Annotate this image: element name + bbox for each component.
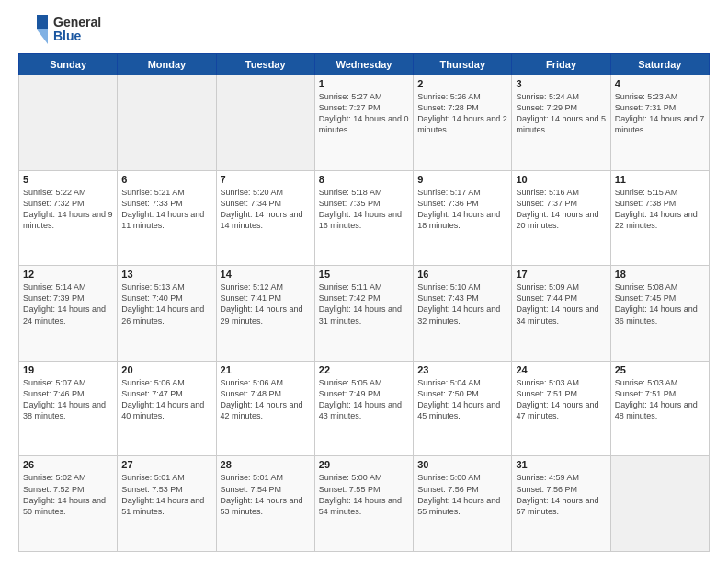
day-info: Sunrise: 5:08 AMSunset: 7:45 PMDaylight:… — [615, 282, 705, 327]
day-info: Sunrise: 5:15 AMSunset: 7:38 PMDaylight:… — [615, 187, 705, 232]
logo-text: General Blue — [53, 16, 101, 44]
day-number: 15 — [319, 269, 409, 280]
calendar-day-cell: 11Sunrise: 5:15 AMSunset: 7:38 PMDayligh… — [610, 170, 709, 266]
day-number: 5 — [23, 174, 113, 185]
day-info: Sunrise: 5:05 AMSunset: 7:49 PMDaylight:… — [319, 377, 409, 422]
logo-graphic — [18, 15, 48, 44]
day-info: Sunrise: 5:09 AMSunset: 7:44 PMDaylight:… — [516, 282, 606, 327]
calendar-day-cell — [118, 75, 216, 171]
calendar-day-cell: 19Sunrise: 5:07 AMSunset: 7:46 PMDayligh… — [19, 361, 118, 456]
weekday-header-row: SundayMondayTuesdayWednesdayThursdayFrid… — [19, 54, 710, 75]
day-number: 30 — [417, 459, 507, 470]
day-number: 27 — [121, 459, 211, 470]
day-number: 21 — [221, 364, 311, 375]
day-number: 26 — [23, 459, 113, 470]
calendar-week-row: 1Sunrise: 5:27 AMSunset: 7:27 PMDaylight… — [19, 75, 710, 171]
day-info: Sunrise: 5:01 AMSunset: 7:54 PMDaylight:… — [221, 472, 311, 517]
calendar-day-cell — [19, 75, 118, 171]
day-number: 31 — [516, 459, 606, 470]
calendar-day-cell: 24Sunrise: 5:03 AMSunset: 7:51 PMDayligh… — [512, 361, 610, 456]
calendar-week-row: 26Sunrise: 5:02 AMSunset: 7:52 PMDayligh… — [19, 456, 710, 552]
calendar-week-row: 5Sunrise: 5:22 AMSunset: 7:32 PMDaylight… — [19, 170, 710, 266]
day-info: Sunrise: 5:12 AMSunset: 7:41 PMDaylight:… — [221, 282, 311, 327]
calendar-day-cell: 10Sunrise: 5:16 AMSunset: 7:37 PMDayligh… — [512, 170, 610, 266]
calendar-day-cell: 16Sunrise: 5:10 AMSunset: 7:43 PMDayligh… — [414, 266, 512, 362]
day-number: 22 — [319, 364, 409, 375]
day-info: Sunrise: 5:14 AMSunset: 7:39 PMDaylight:… — [23, 282, 113, 327]
day-info: Sunrise: 5:03 AMSunset: 7:51 PMDaylight:… — [516, 377, 606, 422]
page: General Blue SundayMondayTuesdayWednesda… — [0, 0, 728, 563]
day-number: 19 — [23, 364, 113, 375]
day-info: Sunrise: 5:10 AMSunset: 7:43 PMDaylight:… — [417, 282, 507, 327]
day-number: 18 — [615, 269, 705, 280]
calendar-day-cell: 1Sunrise: 5:27 AMSunset: 7:27 PMDaylight… — [314, 75, 413, 171]
logo-general: General — [53, 16, 101, 29]
day-number: 3 — [516, 78, 606, 89]
calendar-day-cell: 30Sunrise: 5:00 AMSunset: 7:56 PMDayligh… — [414, 456, 512, 552]
svg-marker-2 — [37, 29, 48, 44]
day-info: Sunrise: 5:18 AMSunset: 7:35 PMDaylight:… — [319, 187, 409, 232]
day-info: Sunrise: 5:00 AMSunset: 7:56 PMDaylight:… — [417, 472, 507, 517]
day-info: Sunrise: 5:23 AMSunset: 7:31 PMDaylight:… — [615, 91, 705, 136]
day-number: 29 — [319, 459, 409, 470]
calendar-day-cell: 17Sunrise: 5:09 AMSunset: 7:44 PMDayligh… — [512, 266, 610, 362]
day-number: 4 — [615, 78, 705, 89]
day-number: 16 — [417, 269, 507, 280]
calendar-day-cell — [610, 456, 709, 552]
weekday-header-cell: Friday — [512, 54, 610, 75]
day-number: 8 — [319, 174, 409, 185]
day-number: 28 — [221, 459, 311, 470]
calendar-body: 1Sunrise: 5:27 AMSunset: 7:27 PMDaylight… — [19, 75, 710, 552]
day-info: Sunrise: 5:03 AMSunset: 7:51 PMDaylight:… — [615, 377, 705, 422]
day-info: Sunrise: 5:00 AMSunset: 7:55 PMDaylight:… — [319, 472, 409, 517]
calendar-day-cell: 22Sunrise: 5:05 AMSunset: 7:49 PMDayligh… — [314, 361, 413, 456]
calendar-day-cell: 20Sunrise: 5:06 AMSunset: 7:47 PMDayligh… — [118, 361, 216, 456]
calendar-day-cell: 3Sunrise: 5:24 AMSunset: 7:29 PMDaylight… — [512, 75, 610, 171]
day-info: Sunrise: 5:06 AMSunset: 7:48 PMDaylight:… — [221, 377, 311, 422]
calendar-day-cell: 15Sunrise: 5:11 AMSunset: 7:42 PMDayligh… — [314, 266, 413, 362]
svg-marker-1 — [37, 15, 48, 29]
day-info: Sunrise: 5:24 AMSunset: 7:29 PMDaylight:… — [516, 91, 606, 136]
weekday-header-cell: Monday — [118, 54, 216, 75]
calendar-day-cell: 26Sunrise: 5:02 AMSunset: 7:52 PMDayligh… — [19, 456, 118, 552]
weekday-header-cell: Wednesday — [314, 54, 413, 75]
day-number: 7 — [221, 174, 311, 185]
svg-rect-0 — [18, 15, 37, 44]
calendar-day-cell: 13Sunrise: 5:13 AMSunset: 7:40 PMDayligh… — [118, 266, 216, 362]
day-info: Sunrise: 5:06 AMSunset: 7:47 PMDaylight:… — [121, 377, 211, 422]
day-info: Sunrise: 5:21 AMSunset: 7:33 PMDaylight:… — [121, 187, 211, 232]
day-info: Sunrise: 5:27 AMSunset: 7:27 PMDaylight:… — [319, 91, 409, 136]
calendar-table: SundayMondayTuesdayWednesdayThursdayFrid… — [18, 53, 710, 552]
logo-container: General Blue — [18, 15, 101, 44]
day-number: 20 — [121, 364, 211, 375]
day-info: Sunrise: 5:01 AMSunset: 7:53 PMDaylight:… — [121, 472, 211, 517]
calendar-week-row: 12Sunrise: 5:14 AMSunset: 7:39 PMDayligh… — [19, 266, 710, 362]
logo: General Blue — [18, 15, 101, 44]
day-number: 13 — [121, 269, 211, 280]
day-number: 6 — [121, 174, 211, 185]
day-info: Sunrise: 5:04 AMSunset: 7:50 PMDaylight:… — [417, 377, 507, 422]
day-info: Sunrise: 5:13 AMSunset: 7:40 PMDaylight:… — [121, 282, 211, 327]
calendar-day-cell: 5Sunrise: 5:22 AMSunset: 7:32 PMDaylight… — [19, 170, 118, 266]
day-info: Sunrise: 5:26 AMSunset: 7:28 PMDaylight:… — [417, 91, 507, 136]
weekday-header-cell: Tuesday — [216, 54, 314, 75]
calendar-week-row: 19Sunrise: 5:07 AMSunset: 7:46 PMDayligh… — [19, 361, 710, 456]
calendar-day-cell: 6Sunrise: 5:21 AMSunset: 7:33 PMDaylight… — [118, 170, 216, 266]
day-info: Sunrise: 5:22 AMSunset: 7:32 PMDaylight:… — [23, 187, 113, 232]
logo-svg — [18, 15, 48, 44]
day-number: 1 — [319, 78, 409, 89]
calendar-day-cell: 21Sunrise: 5:06 AMSunset: 7:48 PMDayligh… — [216, 361, 314, 456]
calendar-day-cell: 4Sunrise: 5:23 AMSunset: 7:31 PMDaylight… — [610, 75, 709, 171]
day-number: 11 — [615, 174, 705, 185]
calendar-day-cell: 28Sunrise: 5:01 AMSunset: 7:54 PMDayligh… — [216, 456, 314, 552]
day-info: Sunrise: 5:07 AMSunset: 7:46 PMDaylight:… — [23, 377, 113, 422]
calendar-day-cell — [216, 75, 314, 171]
day-number: 9 — [417, 174, 507, 185]
day-info: Sunrise: 5:17 AMSunset: 7:36 PMDaylight:… — [417, 187, 507, 232]
day-number: 2 — [417, 78, 507, 89]
calendar-day-cell: 29Sunrise: 5:00 AMSunset: 7:55 PMDayligh… — [314, 456, 413, 552]
day-number: 14 — [221, 269, 311, 280]
day-info: Sunrise: 5:02 AMSunset: 7:52 PMDaylight:… — [23, 472, 113, 517]
calendar-day-cell: 23Sunrise: 5:04 AMSunset: 7:50 PMDayligh… — [414, 361, 512, 456]
day-info: Sunrise: 5:16 AMSunset: 7:37 PMDaylight:… — [516, 187, 606, 232]
